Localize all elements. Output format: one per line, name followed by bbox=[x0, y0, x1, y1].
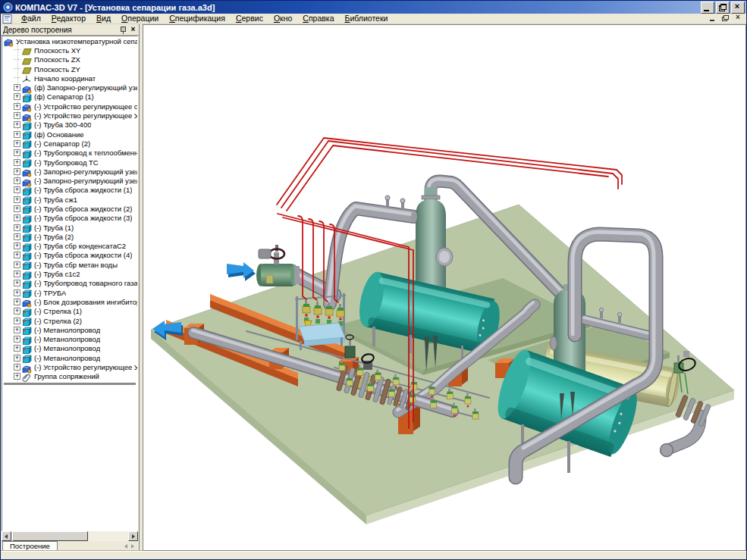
close-button[interactable]: × bbox=[731, 2, 745, 14]
expand-toggle[interactable]: + bbox=[14, 112, 20, 119]
expand-toggle[interactable]: + bbox=[14, 233, 20, 240]
tree-item[interactable]: +(-) ТРУБА bbox=[2, 288, 137, 297]
tree-item[interactable]: Установка низкотемпературной сепарации г… bbox=[2, 36, 137, 45]
expand-toggle[interactable]: + bbox=[14, 168, 20, 175]
mdi-restore-button[interactable] bbox=[720, 14, 732, 23]
expand-toggle[interactable]: + bbox=[14, 196, 20, 203]
menu-item-3[interactable]: Вид bbox=[91, 14, 116, 23]
scroll-left-button[interactable] bbox=[2, 531, 11, 541]
tab-postroenie[interactable]: Построение bbox=[2, 541, 58, 551]
expand-toggle[interactable]: + bbox=[14, 159, 20, 166]
tree-item[interactable]: +(-) Метанолопровод bbox=[2, 335, 137, 344]
menu-item-2[interactable]: Редактор bbox=[46, 14, 91, 23]
tree-item-label: (-) Стрелка (2) bbox=[34, 317, 82, 325]
expand-toggle[interactable]: + bbox=[14, 93, 20, 100]
tree-item[interactable]: +(-) Трубопровод товарного газа bbox=[2, 279, 137, 288]
tree-item[interactable]: +(-) Труба сж1 bbox=[2, 195, 137, 204]
titlebar[interactable]: КОМПАС-3D V7 - [Установка сепарации газа… bbox=[1, 1, 746, 14]
tree-item-label: (-) Труба сж1 bbox=[34, 196, 77, 204]
viewport-3d[interactable] bbox=[143, 24, 746, 551]
expand-toggle[interactable]: + bbox=[14, 280, 20, 286]
expand-toggle[interactable]: + bbox=[14, 327, 20, 333]
tab-scroll-right-icon[interactable] bbox=[131, 544, 134, 549]
expand-toggle[interactable]: + bbox=[14, 345, 20, 352]
tree-item[interactable]: +(-) Блок дозирования ингибитора ИНГЧ bbox=[2, 297, 137, 306]
expand-toggle[interactable]: + bbox=[14, 308, 20, 314]
tree-item[interactable]: +(-) Сепаратор (2) bbox=[2, 139, 137, 148]
expand-toggle[interactable]: + bbox=[14, 121, 20, 128]
tree-item[interactable]: +(-) Метанолопровод bbox=[2, 353, 137, 362]
tab-scroll-left-icon[interactable] bbox=[124, 544, 127, 549]
scrollbar-thumb[interactable] bbox=[12, 531, 88, 541]
expand-toggle[interactable]: + bbox=[14, 140, 20, 147]
expand-toggle[interactable]: + bbox=[14, 103, 20, 110]
expand-toggle[interactable]: + bbox=[14, 214, 20, 221]
tree-item[interactable]: +Группа сопряжений bbox=[2, 372, 137, 381]
tree-rollback-bar[interactable] bbox=[4, 383, 136, 385]
mdi-close-button[interactable]: × bbox=[733, 14, 745, 23]
scene-3d[interactable] bbox=[143, 25, 746, 551]
expand-toggle[interactable]: + bbox=[14, 336, 20, 343]
tree-item[interactable]: Плоскость ZY bbox=[2, 64, 137, 74]
expand-toggle[interactable]: + bbox=[14, 149, 20, 156]
tree-item[interactable]: +(-) Метанолопровод bbox=[2, 344, 137, 353]
tree-item[interactable]: +(ф) Основание bbox=[2, 130, 137, 139]
tree-item[interactable]: +(-) Метанолопровод bbox=[2, 325, 137, 334]
tree-item[interactable]: +(-) Трубопровод к теплообменнику bbox=[2, 149, 137, 158]
tree-item[interactable]: +(-) Труба 300-400 bbox=[2, 120, 137, 130]
menu-item-9[interactable]: Библиотеки bbox=[340, 14, 394, 23]
expand-toggle[interactable]: + bbox=[14, 261, 20, 268]
menu-item-7[interactable]: Окно bbox=[268, 14, 297, 23]
expand-toggle[interactable]: + bbox=[14, 205, 20, 212]
expand-toggle[interactable]: + bbox=[14, 289, 20, 296]
panel-close-icon[interactable]: × bbox=[130, 27, 137, 33]
expand-toggle[interactable]: + bbox=[14, 318, 20, 324]
document-icon[interactable] bbox=[2, 14, 13, 23]
tree-item[interactable]: +(-) Трубопровод ТС bbox=[2, 158, 137, 167]
tree-item[interactable]: Плоскость ZX bbox=[2, 55, 137, 64]
menu-item-1[interactable]: Файл bbox=[16, 14, 46, 23]
tree-horizontal-scrollbar[interactable] bbox=[2, 531, 138, 541]
tree-item[interactable]: +(-) Устройство регулирующее УР2020А ЭП … bbox=[2, 362, 137, 371]
expand-toggle[interactable]: + bbox=[14, 252, 20, 258]
menu-item-5[interactable]: Спецификация bbox=[164, 14, 231, 23]
menu-item-8[interactable]: Справка bbox=[297, 14, 339, 23]
menu-item-4[interactable]: Операции bbox=[116, 14, 164, 23]
expand-toggle[interactable]: + bbox=[14, 299, 20, 305]
pin-icon[interactable] bbox=[120, 27, 127, 33]
expand-toggle[interactable]: + bbox=[14, 131, 20, 138]
menu-item-6[interactable]: Сервис bbox=[231, 14, 268, 23]
tree-item[interactable]: +(-) Труба (1) bbox=[2, 223, 137, 232]
expand-toggle[interactable]: + bbox=[14, 355, 20, 361]
tree-item[interactable]: +(-) Запорно-регулирующий узел для сброс… bbox=[2, 167, 137, 176]
expand-toggle[interactable]: + bbox=[14, 84, 20, 91]
tree-item[interactable]: +(-) Труба с1с2 bbox=[2, 269, 137, 278]
expand-toggle[interactable]: + bbox=[14, 177, 20, 184]
tree-item[interactable]: +(-) Труба сброса жидкости (2) bbox=[2, 204, 137, 213]
expand-toggle[interactable]: + bbox=[14, 224, 20, 231]
expand-toggle[interactable]: + bbox=[14, 242, 20, 249]
tree-item[interactable]: +(-) Стрелка (2) bbox=[2, 316, 137, 325]
tree-item[interactable]: +(-) Устройство регулирующее УР2020А ЭП … bbox=[2, 111, 137, 120]
mdi-minimize-button[interactable] bbox=[707, 14, 719, 23]
tree-item[interactable]: +(ф) Запорно-регулирующий узел для сброс… bbox=[2, 83, 137, 92]
tree-item[interactable]: +(-) Труба сбр метан воды bbox=[2, 260, 137, 269]
tree-item[interactable]: +(-) Труба сброса жидкости (1) bbox=[2, 186, 137, 195]
minimize-button[interactable] bbox=[701, 2, 714, 14]
tree-item[interactable]: Плоскость XY bbox=[2, 45, 137, 55]
tree-item[interactable]: +(-) Труба сбр конденсатаС2 bbox=[2, 242, 137, 251]
tree-item[interactable]: Начало координат bbox=[2, 74, 137, 83]
scroll-right-button[interactable] bbox=[128, 531, 138, 541]
tree-item[interactable]: +(-) Запорно-регулирующий узел для сброс… bbox=[2, 176, 137, 185]
expand-toggle[interactable]: + bbox=[14, 373, 20, 380]
tree-item[interactable]: +(ф) Сепаратор (1) bbox=[2, 92, 137, 102]
restore-button[interactable] bbox=[716, 2, 730, 14]
tree-item[interactable]: +(-) Труба (2) bbox=[2, 232, 137, 241]
tree-item[interactable]: +(-) Устройство регулирующее с эл. п УР1… bbox=[2, 102, 137, 111]
expand-toggle[interactable]: + bbox=[14, 271, 20, 277]
tree-item[interactable]: +(-) Стрелка (1) bbox=[2, 307, 137, 316]
expand-toggle[interactable]: + bbox=[14, 186, 20, 193]
expand-toggle[interactable]: + bbox=[14, 364, 20, 371]
tree-item[interactable]: +(-) Труба сброса жидкости (4) bbox=[2, 251, 137, 260]
tree-item[interactable]: +(-) Труба сброса жидкости (3) bbox=[2, 214, 137, 223]
